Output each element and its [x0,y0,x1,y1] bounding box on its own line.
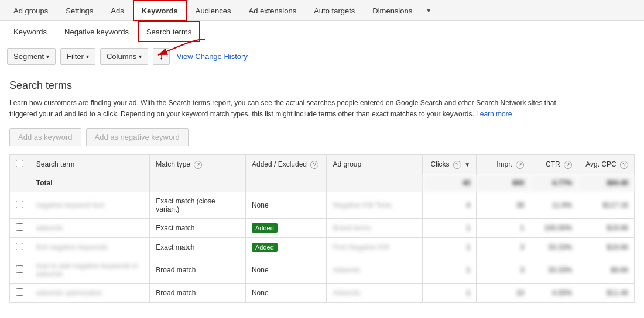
added-excluded-help-icon[interactable]: ? [310,161,318,169]
impr-help-icon[interactable]: ? [516,161,524,169]
add-keyword-button[interactable]: Add as keyword [9,128,81,146]
header-checkbox-col [10,155,30,174]
view-change-history-link[interactable]: View Change History [177,52,248,61]
row2-ad-group: First Negative KW [327,238,423,257]
tab-audiences[interactable]: Audiences [187,0,240,21]
row3-match-type: Broad match [150,257,246,284]
header-ad-group: Ad group [327,155,423,174]
avg-cpc-help-icon[interactable]: ? [620,161,628,169]
total-ctr: 4.77% [530,174,578,192]
total-cpc: $84.40 [578,174,635,192]
search-terms-table: Search term Match type ? Added / Exclude… [9,154,635,303]
row0-ad-group: Negative KW Tests [327,192,423,219]
filter-label: Filter [67,52,84,61]
row3-checkbox[interactable] [16,265,23,273]
row4-added: None [245,284,327,303]
row3-added: None [245,257,327,284]
row4-search-term: adwords optimization [30,284,150,303]
row2-added: Added [245,238,327,257]
total-checkbox-col [10,174,30,192]
row0-checkbox-col [10,192,30,219]
row1-checkbox[interactable] [16,223,23,231]
row3-search-term: how to add negative keywords in adwords [30,257,150,284]
row1-cpc: $19.66 [578,219,635,238]
row2-ctr: 33.33% [530,238,578,257]
table-row: how to add negative keywords in adwords … [10,257,635,284]
clicks-help-icon[interactable]: ? [453,161,461,169]
add-negative-keyword-button[interactable]: Add as negative keyword [86,128,189,146]
row3-ctr: 33.33% [530,257,578,284]
filter-button[interactable]: Filter ▾ [60,48,95,65]
header-clicks: Clicks ? ▼ [423,155,477,174]
table-row: first negative keywords Exact match Adde… [10,238,635,257]
tab-settings[interactable]: Settings [57,0,102,21]
sub-tab-search-terms[interactable]: Search terms [138,21,200,42]
row4-match-type: Broad match [150,284,246,303]
row3-clicks: 1 [423,257,477,284]
segment-button[interactable]: Segment ▾ [7,48,56,65]
row1-clicks: 1 [423,219,477,238]
row0-match-type: Exact match (close variant) [150,192,246,219]
row4-cpc: $11.46 [578,284,635,303]
columns-button[interactable]: Columns ▾ [100,48,148,65]
total-impr: 800 [477,174,530,192]
page-description: Learn how customers are finding your ad.… [9,98,571,120]
header-search-term: Search term [30,155,150,174]
tab-keywords[interactable]: Keywords [133,0,187,21]
header-ctr: CTR ? [530,155,578,174]
download-icon: ↓ [159,52,163,61]
filter-caret: ▾ [86,53,89,60]
segment-caret: ▾ [46,53,49,60]
sub-tab-negative-keywords[interactable]: Negative keywords [56,21,138,42]
row2-cpc: $19.66 [578,238,635,257]
row0-clicks: 4 [423,192,477,219]
row3-impr: 3 [477,257,530,284]
table-row: adwords Exact match Added Brand terms 1 … [10,219,635,238]
top-tabs-more[interactable]: ▾ [421,1,437,19]
row1-checkbox-col [10,219,30,238]
row4-impr: 10 [477,284,530,303]
table-header-row: Search term Match type ? Added / Exclude… [10,155,635,174]
header-impr: Impr. ? [477,155,530,174]
top-tabs-container: Ad groups Settings Ads Keywords Audience… [0,0,644,21]
columns-caret: ▾ [139,53,142,60]
tab-dimensions[interactable]: Dimensions [364,0,421,21]
row0-checkbox[interactable] [16,201,23,208]
match-type-help-icon[interactable]: ? [194,161,202,169]
ctr-help-icon[interactable]: ? [564,161,572,169]
download-button[interactable]: ↓ [153,48,170,65]
row2-impr: 3 [477,238,530,257]
table-row: adwords optimization Broad match None Ad… [10,284,635,303]
row0-ctr: 11.6% [530,192,578,219]
row3-checkbox-col [10,257,30,284]
row0-added: None [245,192,327,219]
tab-ads[interactable]: Ads [102,0,132,21]
row2-checkbox-col [10,238,30,257]
row1-impr: 1 [477,219,530,238]
page-title: Search terms [9,80,635,92]
row1-ctr: 100.00% [530,219,578,238]
row1-badge: Added [252,223,278,233]
row4-ad-group: Adwords [327,284,423,303]
select-all-checkbox[interactable] [16,160,23,167]
row4-checkbox-col [10,284,30,303]
table-row: negative keyword test Exact match (close… [10,192,635,219]
row4-clicks: 1 [423,284,477,303]
total-match-type [150,174,246,192]
row4-checkbox[interactable] [16,288,23,296]
page-content: Search terms Learn how customers are fin… [0,71,644,311]
header-avg-cpc: Avg. CPC ? [578,155,635,174]
row2-checkbox[interactable] [16,243,23,250]
learn-more-link[interactable]: Learn more [476,110,512,118]
row0-cpc: $117.16 [578,192,635,219]
clicks-sort-arrow: ▼ [464,161,470,168]
sub-tab-keywords[interactable]: Keywords [5,21,56,42]
segment-label: Segment [13,52,44,61]
tab-ad-groups[interactable]: Ad groups [5,0,57,21]
header-added-excluded: Added / Excluded ? [245,155,327,174]
sub-tabs-container: Keywords Negative keywords Search terms [0,21,644,42]
tab-auto-targets[interactable]: Auto targets [305,0,364,21]
row1-match-type: Exact match [150,219,246,238]
tab-ad-extensions[interactable]: Ad extensions [240,0,306,21]
row1-search-term: adwords [30,219,150,238]
